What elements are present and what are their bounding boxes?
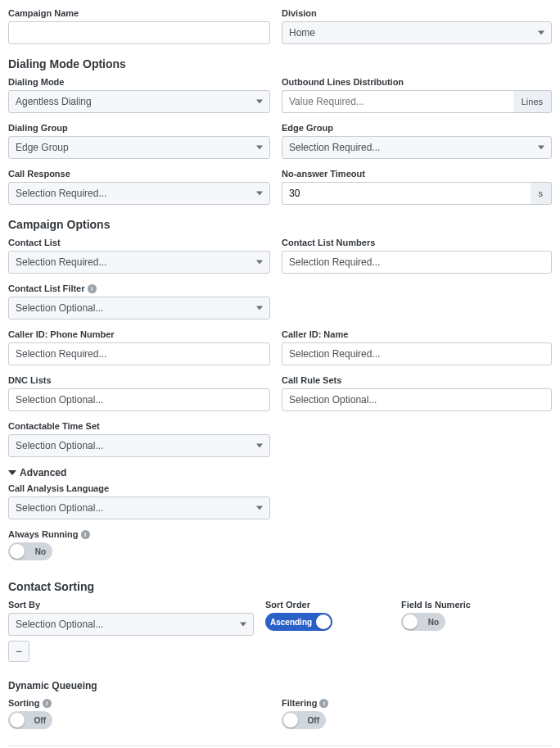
contact-list-filter-value: Selection Optional... [16,302,103,314]
outbound-lines-unit: Lines [513,90,552,113]
dialing-mode-options-title: Dialing Mode Options [8,57,552,70]
dq-sorting-state: Off [34,716,46,725]
chevron-down-icon [256,192,263,196]
dialing-mode-value: Agentless Dialing [16,96,92,107]
call-response-label: Call Response [8,169,270,179]
noanswer-timeout-unit: s [531,182,553,205]
always-running-label: Always Running i [8,529,552,539]
contact-list-filter-select[interactable]: Selection Optional... [8,297,270,320]
contactable-time-set-label: Contactable Time Set [8,421,270,431]
dnc-lists-select[interactable]: Selection Optional... [8,388,270,411]
dq-filtering-label: Filtering i [282,698,552,708]
outbound-lines-input[interactable] [282,90,513,113]
outbound-lines-label: Outbound Lines Distribution [282,77,552,87]
field-is-numeric-toggle[interactable]: No [401,613,445,631]
caller-id-phone-select[interactable]: Selection Required... [8,342,270,365]
sort-order-value: Ascending [270,618,312,627]
dialing-group-label: Dialing Group [8,123,270,133]
contact-list-select[interactable]: Selection Required... [8,251,270,274]
contact-list-numbers-value: Selection Required... [289,256,380,268]
division-select[interactable]: Home [282,21,552,44]
info-icon: i [319,699,328,708]
always-running-toggle[interactable]: No [8,542,52,560]
contactable-time-set-value: Selection Optional... [16,440,103,451]
dialing-group-select[interactable]: Edge Group [8,136,270,159]
divider [8,746,552,746]
dialing-group-value: Edge Group [16,142,69,153]
campaign-name-label: Campaign Name [8,8,270,18]
call-rule-sets-label: Call Rule Sets [282,375,552,385]
chevron-down-icon [538,146,544,150]
info-icon: i [43,699,52,708]
sort-order-toggle[interactable]: Ascending [265,613,332,631]
info-icon: i [81,530,90,539]
contact-list-value: Selection Required... [16,256,106,268]
toggle-knob [316,614,331,629]
call-analysis-language-value: Selection Optional... [16,502,103,514]
info-icon: i [88,284,97,293]
dnc-lists-label: DNC Lists [8,375,270,385]
contactable-time-set-select[interactable]: Selection Optional... [8,434,270,457]
dq-sorting-toggle[interactable]: Off [8,711,52,729]
caller-id-name-value: Selection Required... [289,348,380,360]
call-response-select[interactable]: Selection Required... [8,182,270,205]
toggle-knob [403,614,418,629]
contact-list-numbers-label: Contact List Numbers [282,238,552,247]
sort-by-select[interactable]: Selection Optional... [8,613,254,636]
chevron-down-icon [256,100,263,104]
noanswer-timeout-input[interactable] [282,182,531,205]
dialing-mode-label: Dialing Mode [8,77,270,87]
field-is-numeric-label: Field Is Numeric [401,600,516,610]
chevron-down-icon [256,444,263,448]
edge-group-select[interactable]: Selection Required... [282,136,552,159]
dynamic-queueing-title: Dynamic Queueing [8,680,552,691]
division-value: Home [289,27,315,39]
advanced-title: Advanced [20,467,66,478]
sort-by-label: Sort By [8,600,254,610]
division-label: Division [282,8,552,18]
chevron-down-icon [538,31,544,35]
chevron-down-icon [256,146,263,150]
noanswer-timeout-label: No-answer Timeout [282,169,552,179]
always-running-state: No [35,547,46,556]
campaign-name-input[interactable] [8,21,270,44]
call-rule-sets-select[interactable]: Selection Optional... [282,388,552,411]
call-analysis-language-label: Call Analysis Language [8,483,270,493]
toggle-knob [283,713,298,728]
dnc-lists-value: Selection Optional... [16,394,103,406]
campaign-options-title: Campaign Options [8,218,552,231]
call-analysis-language-select[interactable]: Selection Optional... [8,496,270,519]
dq-sorting-label: Sorting i [8,698,270,708]
toggle-knob [10,713,25,728]
caller-id-phone-value: Selection Required... [16,348,106,360]
dq-filtering-toggle[interactable]: Off [282,711,326,729]
contact-list-filter-label: Contact List Filter i [8,283,270,293]
sort-order-label: Sort Order [265,600,390,610]
field-is-numeric-state: No [428,618,439,627]
contact-list-label: Contact List [8,238,270,247]
remove-sort-button[interactable]: − [8,641,29,662]
chevron-down-icon [256,506,263,510]
sort-by-value: Selection Optional... [16,619,103,630]
caret-down-icon [8,470,16,475]
call-response-value: Selection Required... [16,188,106,199]
call-rule-sets-value: Selection Optional... [289,394,377,406]
dialing-mode-select[interactable]: Agentless Dialing [8,90,270,113]
caller-id-name-label: Caller ID: Name [282,329,552,339]
edge-group-label: Edge Group [282,123,552,133]
chevron-down-icon [240,623,246,627]
dq-filtering-state: Off [308,716,319,725]
caller-id-name-select[interactable]: Selection Required... [282,342,552,365]
caller-id-phone-label: Caller ID: Phone Number [8,329,270,339]
contact-sorting-title: Contact Sorting [8,580,552,593]
contact-list-numbers-select[interactable]: Selection Required... [282,251,552,274]
chevron-down-icon [256,261,263,265]
edge-group-value: Selection Required... [289,142,380,153]
advanced-toggle[interactable]: Advanced [8,467,552,478]
toggle-knob [10,544,25,559]
chevron-down-icon [256,306,263,311]
